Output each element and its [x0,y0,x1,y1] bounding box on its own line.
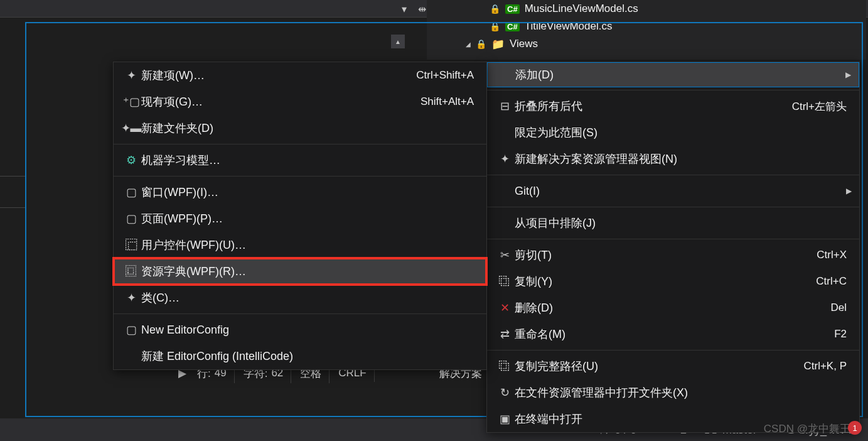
menu-item[interactable]: ⇄重命名(M)F2 [487,321,859,347]
menu-item-icon: ⊟ [495,99,515,113]
menu-item-label: 页面(WPF)(P)… [141,211,479,226]
menu-item[interactable]: ⚙机器学习模型… [114,147,486,173]
menu-item[interactable]: ▢New EditorConfig [114,317,486,343]
menu-item-icon: ▢ [121,323,141,337]
expand-arrow-icon[interactable]: ◢ [466,41,471,48]
menu-item-label: 添加(D) [515,67,845,82]
menu-item-icon: ▢ [121,212,141,226]
menu-separator [114,144,486,144]
menu-item[interactable]: 添加(D)▶ [487,62,859,87]
menu-item-icon: ✕ [495,301,515,315]
submenu-arrow-icon: ▶ [845,70,851,79]
watermark-text: CSDN @龙中舞王 [764,422,850,436]
tree-file-item[interactable]: 🔒 C# MusicLineViewModel.cs [427,0,866,18]
menu-item-shortcut: Ctrl+X [817,249,847,261]
menu-item-label: 现有项(G)… [141,94,421,109]
menu-item-label: 折叠所有后代 [515,99,792,114]
context-menu-submenu: ✦新建项(W)…Ctrl+Shift+A⁺▢现有项(G)…Shift+Alt+A… [113,62,487,370]
menu-item-icon: ⿸ [121,239,141,252]
menu-separator [114,313,486,314]
menu-item-icon: ✦ [121,68,141,82]
tree-folder-item[interactable]: ◢ 🔒 📁 Views [427,35,866,53]
menu-item-label: 新建 EditorConfig (IntelliCode) [141,349,479,364]
menu-item[interactable]: 新建 EditorConfig (IntelliCode) [114,343,486,369]
menu-item-icon: ⚙ [121,153,141,167]
menu-item[interactable]: ✦新建解决方案资源管理器视图(N) [487,146,859,172]
menu-item-label: 在文件资源管理器中打开文件夹(X) [515,385,852,400]
scroll-up-button[interactable]: ▲ [391,35,405,48]
submenu-arrow-icon: ▶ [846,187,852,195]
menu-item[interactable]: ⊟折叠所有后代Ctrl+左箭头 [487,93,859,119]
menu-item-label: 新建解决方案资源管理器视图(N) [515,151,852,166]
csharp-icon: C# [505,4,520,14]
menu-item-label: 类(C)… [141,290,479,305]
notification-badge[interactable]: 1 [848,421,862,435]
menu-item-label: Git(I) [515,185,846,198]
menu-item-label: 新建文件夹(D) [141,121,479,136]
context-menu-primary: 添加(D)▶⊟折叠所有后代Ctrl+左箭头限定为此范围(S)✦新建解决方案资源管… [486,62,860,433]
menu-separator [114,176,486,177]
menu-item-label: 窗口(WPF)(I)… [141,185,479,200]
file-name: MusicLineViewModel.cs [525,3,638,15]
menu-item-icon: ▢ [121,185,141,199]
menu-item-label: 新建项(W)… [141,68,416,83]
menu-item-shortcut: Del [830,302,847,314]
menu-item-shortcut: Ctrl+Shift+A [416,69,474,82]
lock-icon: 🔒 [490,4,500,14]
menu-item[interactable]: ✂剪切(T)Ctrl+X [487,242,859,268]
menu-item-shortcut: Ctrl+C [816,275,847,288]
menu-item-label: 复制(Y) [515,274,816,289]
menu-item-label: 用户控件(WPF)(U)… [141,237,479,253]
menu-item-label: 从项目中排除(J) [515,215,852,231]
menu-item[interactable]: ✦▬新建文件夹(D) [114,115,486,141]
menu-separator [487,239,859,239]
menu-item[interactable]: ⿴资源字典(WPF)(R)… [114,258,486,285]
lock-icon: 🔒 [490,21,500,31]
menu-item-label: New EditorConfig [141,324,479,337]
menu-item-icon: ⇄ [495,327,515,341]
menu-item[interactable]: Git(I)▶ [487,178,859,204]
dropdown-icon[interactable]: ▾ [397,3,411,15]
menu-item-icon: ✦▬ [121,121,141,135]
menu-item[interactable]: ▢窗口(WPF)(I)… [114,179,486,205]
menu-item-icon: ✂ [495,248,515,262]
tree-file-item[interactable]: 🔒 C# TitileViewModel.cs [427,18,866,35]
ruler-mark [0,176,26,181]
menu-item[interactable]: ⿸用户控件(WPF)(U)… [114,232,486,258]
menu-item-icon: ✦ [121,291,141,305]
menu-item[interactable]: ✦类(C)… [114,285,486,311]
menu-item-icon: ⿻ [495,275,515,288]
menu-item[interactable]: ✕删除(D)Del [487,295,859,321]
menu-item-icon: ▣ [495,412,515,426]
menu-item[interactable]: 限定为此范围(S) [487,119,859,146]
menu-item[interactable]: ▢页面(WPF)(P)… [114,205,486,232]
menu-separator [487,350,859,351]
csharp-icon: C# [505,22,520,31]
file-name: TitileViewModel.cs [525,20,613,33]
menu-separator [487,90,859,90]
menu-item-label: 限定为此范围(S) [515,125,852,140]
menu-item[interactable]: 从项目中排除(J) [487,210,859,236]
menu-item-icon: ↻ [495,386,515,400]
menu-item[interactable]: ✦新建项(W)…Ctrl+Shift+A [114,62,486,89]
menu-item[interactable]: ⿻复制完整路径(U)Ctrl+K, P [487,353,859,379]
solution-explorer-tree: 🔒 C# MusicLineViewModel.cs 🔒 C# TitileVi… [427,0,866,60]
menu-item-label: 删除(D) [515,300,830,315]
menu-item-shortcut: Ctrl+K, P [804,360,847,373]
menu-item-label: 剪切(T) [515,248,817,263]
menu-item-icon: ⿴ [121,265,141,278]
menu-item-icon: ⿻ [495,360,515,373]
menu-item[interactable]: ↻在文件资源管理器中打开文件夹(X) [487,379,859,406]
menu-item-shortcut: Ctrl+左箭头 [792,99,847,114]
menu-item[interactable]: ⁺▢现有项(G)…Shift+Alt+A [114,89,486,115]
menu-item-label: 重命名(M) [515,327,834,342]
menu-item-icon: ✦ [495,152,515,166]
menu-item[interactable]: ⿻复制(Y)Ctrl+C [487,268,859,295]
menu-separator [487,207,859,207]
ruler-mark [0,207,26,212]
menu-item-shortcut: Shift+Alt+A [421,95,474,108]
menu-item-label: 机器学习模型… [141,153,479,168]
menu-item-shortcut: F2 [834,328,847,340]
folder-icon: 📁 [491,38,505,51]
lock-icon: 🔒 [476,39,486,49]
